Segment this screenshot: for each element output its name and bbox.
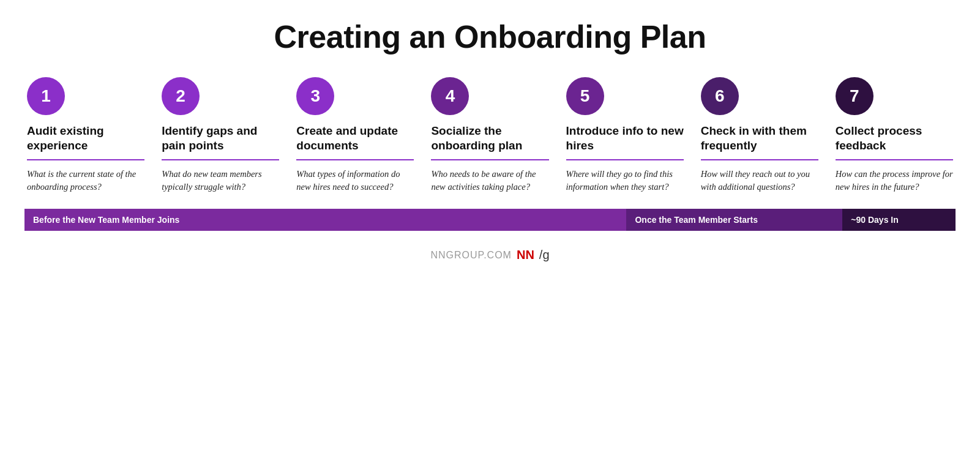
page-title: Creating an Onboarding Plan: [274, 18, 706, 55]
step-divider-2: [162, 159, 279, 160]
footer-nngroup-label: NNGROUP.COM: [430, 250, 512, 261]
step-5: 5 Introduce info to new hires Where will…: [558, 77, 692, 194]
step-divider-5: [566, 159, 684, 160]
step-number-6: 6: [701, 77, 739, 115]
step-title-4: Socialize the onboarding plan: [431, 124, 548, 153]
step-question-5: Where will they go to find this informat…: [566, 168, 684, 195]
step-6: 6 Check in with them frequently How will…: [692, 77, 827, 194]
step-question-1: What is the current state of the onboard…: [27, 168, 144, 195]
step-question-2: What do new team members typically strug…: [162, 168, 279, 195]
step-title-7: Collect process feedback: [836, 124, 953, 153]
step-number-7: 7: [836, 77, 873, 115]
step-divider-1: [27, 159, 144, 160]
timeline-segment-3: ~90 Days In: [842, 209, 956, 231]
steps-container: 1 Audit existing experience What is the …: [24, 77, 956, 194]
step-question-4: Who needs to be aware of the new activit…: [431, 168, 548, 195]
step-3: 3 Create and update documents What types…: [288, 77, 422, 194]
step-4: 4 Socialize the onboarding plan Who need…: [422, 77, 557, 194]
step-number-4: 4: [431, 77, 469, 115]
footer: NNGROUP.COM NN/g: [430, 248, 549, 262]
step-divider-6: [701, 159, 818, 160]
step-title-2: Identify gaps and pain points: [162, 124, 279, 153]
step-question-6: How will they reach out to you with addi…: [701, 168, 818, 195]
step-number-2: 2: [162, 77, 200, 115]
timeline-segment-1: Before the New Team Member Joins: [24, 209, 626, 231]
step-divider-7: [836, 159, 953, 160]
step-number-5: 5: [566, 77, 604, 115]
step-question-7: How can the process improve for new hire…: [836, 168, 953, 195]
step-title-1: Audit existing experience: [27, 124, 144, 153]
step-question-3: What types of information do new hires n…: [296, 168, 414, 195]
timeline-bar: Before the New Team Member JoinsOnce the…: [24, 209, 956, 231]
footer-nn-label: NN: [517, 248, 534, 262]
step-number-1: 1: [27, 77, 65, 115]
step-title-3: Create and update documents: [296, 124, 414, 153]
step-divider-4: [431, 159, 548, 160]
step-title-6: Check in with them frequently: [701, 124, 818, 153]
step-7: 7 Collect process feedback How can the p…: [827, 77, 956, 194]
step-1: 1 Audit existing experience What is the …: [24, 77, 153, 194]
step-title-5: Introduce info to new hires: [566, 124, 684, 153]
step-2: 2 Identify gaps and pain points What do …: [153, 77, 288, 194]
step-divider-3: [296, 159, 414, 160]
step-number-3: 3: [296, 77, 334, 115]
timeline-segment-2: Once the Team Member Starts: [626, 209, 842, 231]
footer-slash-g: /g: [539, 248, 550, 262]
